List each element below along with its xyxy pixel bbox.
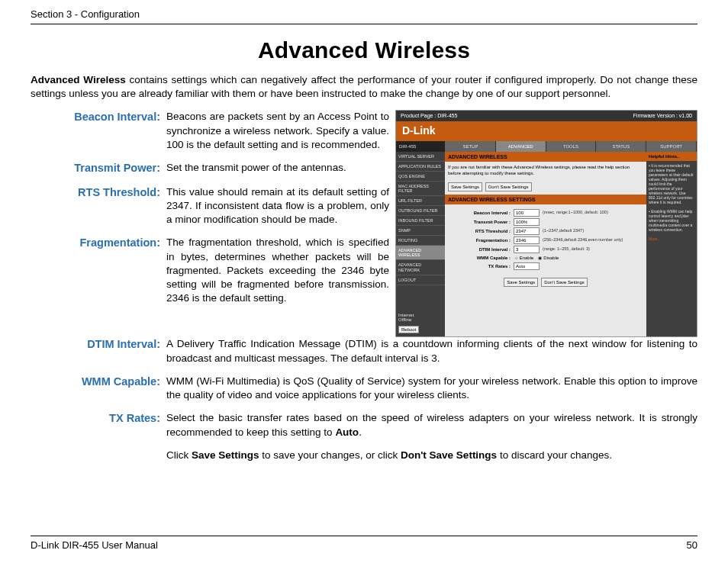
desc-transmit-power: Set the transmit power of the antennas. bbox=[166, 161, 389, 176]
label-fragmentation: Fragmentation: bbox=[31, 236, 166, 305]
ss-save-button-top[interactable]: Save Settings bbox=[448, 182, 482, 191]
label-dtim-interval: DTIM Interval: bbox=[31, 337, 166, 365]
ss-internet-status-label: Internet bbox=[398, 313, 443, 318]
ss-lbl-frag: Fragmentation : bbox=[449, 237, 514, 243]
page-title: Advanced Wireless bbox=[31, 35, 697, 66]
ss-side-item[interactable]: MAC ADDRESS FILTER bbox=[396, 182, 445, 196]
desc-wmm-capable: WMM (Wi-Fi Multimedia) is QoS (Quality o… bbox=[166, 375, 697, 402]
ss-inp-dtim[interactable]: 3 bbox=[514, 246, 540, 253]
ss-dont-save-button-bottom[interactable]: Don't Save Settings bbox=[541, 278, 588, 287]
ss-note-rts: (1~2347,default 2347) bbox=[543, 228, 584, 233]
ss-panel-header: ADVANCED WIRELESS bbox=[445, 152, 646, 162]
ss-panel-header-2: ADVANCED WIRELESS SETTINGS bbox=[445, 195, 646, 204]
ss-internet-status-value: Offline bbox=[398, 317, 443, 323]
ss-lbl-tx: TX Rates : bbox=[449, 263, 514, 269]
ss-lbl-wmm: WMM Capable : bbox=[449, 255, 514, 261]
ss-hints-1: • It is recommended that you leave these… bbox=[646, 161, 697, 207]
ss-lbl-power: Transmit Power : bbox=[449, 219, 514, 225]
ss-firmware-version: Firmware Version : v1.00 bbox=[633, 112, 692, 119]
ss-side-item[interactable]: VIRTUAL SERVER bbox=[396, 152, 445, 162]
ss-hints-header: Helpful Hints.. bbox=[646, 152, 697, 161]
ss-model: DIR-455 bbox=[396, 141, 446, 152]
ss-tab-support[interactable]: SUPPORT bbox=[646, 141, 697, 152]
ss-side-item[interactable]: URL FILTER bbox=[396, 196, 445, 206]
footer-page-number: 50 bbox=[687, 539, 697, 552]
ss-brand: D-Link bbox=[396, 121, 697, 141]
ss-side-item[interactable]: ADVANCED NETWORK bbox=[396, 260, 445, 275]
ss-note-frag: (256~2346,default 2346,even number only) bbox=[543, 237, 623, 243]
label-transmit-power: Transmit Power: bbox=[31, 161, 166, 176]
ss-tab-advanced[interactable]: ADVANCED bbox=[496, 141, 546, 152]
label-tx-rates: TX Rates: bbox=[31, 411, 166, 439]
ss-save-button-bottom[interactable]: Save Settings bbox=[504, 278, 538, 287]
ss-side-item[interactable]: QOS ENGINE bbox=[396, 172, 445, 182]
ss-inp-power[interactable]: 100% bbox=[514, 218, 540, 226]
ss-inp-rts[interactable]: 2347 bbox=[514, 227, 540, 235]
ss-inp-tx[interactable]: Auto bbox=[514, 262, 540, 270]
ss-sidebar: VIRTUAL SERVER APPLICATION RULES QOS ENG… bbox=[396, 152, 445, 337]
ss-side-item[interactable]: INBOUND FILTER bbox=[396, 216, 445, 226]
ss-panel-note: If you are not familiar with these Advan… bbox=[445, 162, 646, 179]
desc-fragmentation: The fragmentation threshold, which is sp… bbox=[166, 236, 389, 305]
ss-side-item[interactable]: SNMP bbox=[396, 226, 445, 236]
ss-lbl-dtim: DTIM Interval : bbox=[449, 246, 514, 253]
ss-lbl-beacon: Beacon Interval : bbox=[449, 210, 514, 216]
desc-beacon-interval: Beacons are packets sent by an Access Po… bbox=[166, 110, 389, 152]
ss-tab-tools[interactable]: TOOLS bbox=[546, 141, 597, 152]
ss-dont-save-button-top[interactable]: Don't Save Settings bbox=[485, 182, 532, 191]
ss-side-item[interactable]: APPLICATION RULES bbox=[396, 162, 445, 172]
desc-rts-threshold: This value should remain at its default … bbox=[166, 185, 389, 227]
ss-tab-status[interactable]: STATUS bbox=[596, 141, 646, 152]
ss-wmm-enable[interactable]: Enable bbox=[520, 255, 534, 261]
ss-lbl-rts: RTS Threshold : bbox=[449, 228, 514, 234]
ss-inp-beacon[interactable]: 100 bbox=[514, 209, 540, 217]
footer-manual-name: D-Link DIR-455 User Manual bbox=[31, 539, 158, 552]
desc-save-instruction: Click Save Settings to save your changes… bbox=[166, 449, 697, 462]
label-wmm-capable: WMM Capable: bbox=[31, 375, 166, 402]
ss-product-page: Product Page : DIR-455 bbox=[401, 112, 457, 119]
intro-paragraph: Advanced Wireless contains settings whic… bbox=[31, 73, 697, 101]
ss-reboot-button[interactable]: Reboot bbox=[398, 326, 419, 334]
intro-rest: contains settings which can negatively a… bbox=[31, 74, 697, 99]
label-beacon-interval: Beacon Interval: bbox=[31, 110, 166, 152]
ss-side-item[interactable]: ROUTING bbox=[396, 236, 445, 246]
router-ui-screenshot: Product Page : DIR-455 Firmware Version … bbox=[395, 110, 697, 337]
page-footer: D-Link DIR-455 User Manual 50 bbox=[31, 536, 697, 552]
ss-hints-more[interactable]: More... bbox=[646, 234, 697, 243]
desc-dtim-interval: A Delivery Traffic Indication Message (D… bbox=[166, 337, 697, 365]
label-rts-threshold: RTS Threshold: bbox=[31, 185, 166, 227]
intro-lead: Advanced Wireless bbox=[31, 74, 126, 85]
section-header: Section 3 - Configuration bbox=[31, 8, 697, 24]
desc-tx-rates: Select the basic transfer rates based on… bbox=[166, 411, 697, 439]
ss-side-item-advanced-wireless[interactable]: ADVANCED WIRELESS bbox=[396, 246, 445, 260]
ss-inp-frag[interactable]: 2346 bbox=[514, 236, 540, 244]
ss-wmm-disable[interactable]: Disable bbox=[543, 255, 559, 261]
ss-note-dtim: (range: 1~255, default: 3) bbox=[543, 246, 590, 252]
ss-side-item[interactable]: OUTBOUND FILTER bbox=[396, 206, 445, 216]
ss-side-item[interactable]: LOGOUT bbox=[396, 275, 445, 285]
ss-tab-setup[interactable]: SETUP bbox=[446, 141, 496, 152]
ss-form: Beacon Interval :100(msec, range:1~1000,… bbox=[445, 204, 646, 336]
section-label: Section 3 - Configuration bbox=[31, 8, 140, 21]
ss-note-beacon: (msec, range:1~1000, default: 100) bbox=[543, 210, 608, 215]
ss-hints-2: • Enabling WMM can help control latency … bbox=[646, 207, 697, 234]
